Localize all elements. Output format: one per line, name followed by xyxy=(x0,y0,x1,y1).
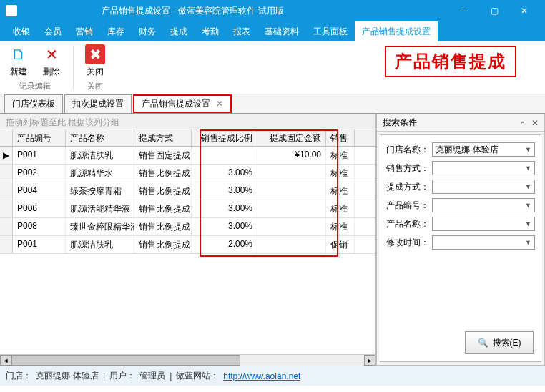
horizontal-scrollbar[interactable]: ◄ ► xyxy=(0,354,375,366)
cell[interactable]: 销售比例提成 xyxy=(134,236,192,253)
cell[interactable]: 肌源活能精华液 xyxy=(66,200,134,217)
cell[interactable]: P001 xyxy=(13,147,66,164)
highlight-box xyxy=(200,129,338,257)
status-store-value: 克丽缇娜-体验店 xyxy=(36,370,99,382)
cell[interactable]: 肌源洁肤乳 xyxy=(66,236,134,253)
scroll-left-arrow[interactable]: ◄ xyxy=(0,355,11,366)
menu-item[interactable]: 考勤 xyxy=(195,21,226,41)
chevron-down-icon[interactable]: ▼ xyxy=(525,146,531,153)
search-field: 产品名称：▼ xyxy=(386,217,535,231)
document-tab[interactable]: 门店仪表板 xyxy=(4,94,63,113)
search-button[interactable]: 🔍 搜索(E) xyxy=(465,331,534,354)
combo-input[interactable]: ▼ xyxy=(432,180,535,194)
combo-input[interactable]: ▼ xyxy=(432,217,535,231)
menu-item[interactable]: 报表 xyxy=(226,21,257,41)
cell[interactable]: P001 xyxy=(13,236,66,253)
minimize-button[interactable] xyxy=(449,0,479,21)
combo-input[interactable]: 克丽缇娜-体验店▼ xyxy=(432,142,535,157)
ribbon-group-close: ✖关闭 关闭 xyxy=(77,41,114,94)
combo-input[interactable]: ▼ xyxy=(432,198,535,212)
ribbon-icon: 🗋 xyxy=(9,44,29,64)
field-label: 产品编号： xyxy=(386,200,429,212)
status-user-label: 用户： xyxy=(109,370,135,382)
ribbon-button[interactable]: ✖关闭 xyxy=(81,44,109,78)
tab-label: 扣次提成设置 xyxy=(72,98,124,110)
title-bar: 产品销售提成设置 - 傲蓝美容院管理软件-试用版 xyxy=(0,0,545,21)
search-field: 销售方式：▼ xyxy=(386,161,535,175)
chevron-down-icon[interactable]: ▼ xyxy=(525,202,531,209)
cell[interactable]: P004 xyxy=(13,182,66,200)
group-by-hint: 拖动列标题至此,根据该列分组 xyxy=(0,114,375,129)
menu-item[interactable]: 营销 xyxy=(69,21,100,41)
status-site-link[interactable]: http://www.aolan.net xyxy=(223,371,300,381)
scroll-right-arrow[interactable]: ► xyxy=(364,355,375,366)
app-icon xyxy=(6,5,17,16)
cell[interactable]: 销售比例提成 xyxy=(134,165,192,182)
cell[interactable]: 销售比例提成 xyxy=(134,200,192,217)
field-label: 门店名称： xyxy=(386,144,429,156)
ribbon-group-label: 关闭 xyxy=(87,81,103,92)
tab-close-icon[interactable]: ✕ xyxy=(216,99,223,109)
ribbon-button[interactable]: 🗋新建 xyxy=(4,44,33,78)
chevron-down-icon[interactable]: ▼ xyxy=(525,220,531,227)
tab-label: 产品销售提成设置 xyxy=(142,98,210,110)
row-indicator xyxy=(0,200,13,217)
row-header-corner xyxy=(0,129,13,146)
document-tab[interactable]: 扣次提成设置 xyxy=(64,94,132,113)
field-label: 产品名称： xyxy=(386,218,429,230)
cell[interactable]: P006 xyxy=(13,200,66,217)
ribbon-toolbar: 🗋新建✕删除 记录编辑 ✖关闭 关闭 产品销售提成 xyxy=(0,41,545,94)
pin-icon[interactable]: ▫ xyxy=(521,118,524,128)
close-window-button[interactable] xyxy=(509,0,539,21)
cell[interactable]: 销售比例提成 xyxy=(134,218,192,235)
search-field: 修改时间：▼ xyxy=(386,235,535,250)
cell[interactable]: 销售比例提成 xyxy=(134,182,192,200)
row-indicator: ▶ xyxy=(0,147,13,164)
ribbon-group-label: 记录编辑 xyxy=(19,81,51,92)
chevron-down-icon[interactable]: ▼ xyxy=(525,183,531,190)
row-indicator xyxy=(0,236,13,253)
document-tabs: 门店仪表板扣次提成设置产品销售提成设置✕ xyxy=(0,94,545,114)
cell[interactable]: 绿茶按摩青霜 xyxy=(66,182,134,200)
scroll-thumb[interactable] xyxy=(11,355,240,366)
cell[interactable]: 肌源洁肤乳 xyxy=(66,147,134,164)
search-panel-title: 搜索条件 ▫ ✕ xyxy=(377,114,544,132)
column-header[interactable]: 产品编号 xyxy=(13,129,66,146)
tab-label: 门店仪表板 xyxy=(12,98,55,110)
ribbon-separator xyxy=(73,46,74,89)
cell[interactable]: P008 xyxy=(13,218,66,235)
maximize-button[interactable] xyxy=(479,0,509,21)
menu-item[interactable]: 收银 xyxy=(6,21,37,41)
search-field: 门店名称：克丽缇娜-体验店▼ xyxy=(386,142,535,157)
banner-title: 产品销售提成 xyxy=(385,46,516,77)
chevron-down-icon[interactable]: ▼ xyxy=(525,165,531,172)
document-tab[interactable]: 产品销售提成设置✕ xyxy=(133,94,232,113)
column-header[interactable]: 产品名称 xyxy=(66,129,134,146)
cell[interactable]: 臻世金粹眼精华液 xyxy=(66,218,134,235)
combo-input[interactable]: ▼ xyxy=(432,161,535,175)
cell[interactable]: P002 xyxy=(13,165,66,182)
menu-item[interactable]: 产品销售提成设置 xyxy=(355,21,438,41)
menu-item[interactable]: 工具面板 xyxy=(306,21,355,41)
cell[interactable]: 肌源精华水 xyxy=(66,165,134,182)
data-grid: 拖动列标题至此,根据该列分组 产品编号产品名称提成方式销售提成比例提成固定金额销… xyxy=(0,114,376,366)
menu-item[interactable]: 财务 xyxy=(132,21,163,41)
ribbon-icon: ✕ xyxy=(41,44,62,64)
status-user-value: 管理员 xyxy=(139,370,165,382)
row-indicator xyxy=(0,182,13,200)
cell[interactable]: 销售固定提成 xyxy=(134,147,192,164)
ribbon-icon: ✖ xyxy=(85,44,105,64)
menu-item[interactable]: 会员 xyxy=(37,21,69,41)
status-bar: 门店： 克丽缇娜-体验店 | 用户： 管理员 | 傲蓝网站： http://ww… xyxy=(0,366,545,386)
combo-input[interactable]: ▼ xyxy=(432,235,535,250)
menu-item[interactable]: 提成 xyxy=(163,21,195,41)
search-field: 提成方式：▼ xyxy=(386,180,535,194)
close-panel-icon[interactable]: ✕ xyxy=(531,118,539,128)
chevron-down-icon[interactable]: ▼ xyxy=(525,239,531,246)
menu-item[interactable]: 基础资料 xyxy=(257,21,306,41)
ribbon-label: 删除 xyxy=(43,66,60,78)
ribbon-button[interactable]: ✕删除 xyxy=(37,44,66,78)
menu-item[interactable]: 库存 xyxy=(100,21,132,41)
column-header[interactable]: 提成方式 xyxy=(134,129,192,146)
magnifier-icon: 🔍 xyxy=(478,338,488,348)
